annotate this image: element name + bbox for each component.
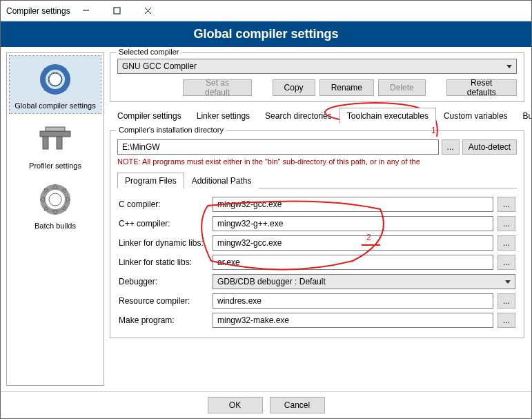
selected-compiler-group: Selected compiler GNU GCC Compiler Set a… <box>110 52 524 102</box>
install-dir-browse-button[interactable]: ... <box>442 139 460 155</box>
close-button[interactable] <box>132 1 164 21</box>
banner-title: Global compiler settings <box>1 21 531 47</box>
tab-compiler-settings[interactable]: Compiler settings <box>110 108 189 124</box>
input-c-compiler[interactable]: mingw32-gcc.exe <box>213 197 493 212</box>
svg-rect-1 <box>114 8 120 14</box>
sidebar-item-label: Profiler settings <box>29 162 81 170</box>
svg-rect-10 <box>46 127 65 131</box>
sidebar-item-label: Batch builds <box>35 222 76 231</box>
maximize-button[interactable] <box>101 1 132 21</box>
window-title: Compiler settings <box>6 6 70 16</box>
label-resource: Resource compiler: <box>119 296 208 306</box>
reset-defaults-button[interactable]: Reset defaults <box>446 79 517 96</box>
svg-rect-7 <box>40 131 70 137</box>
svg-point-6 <box>49 73 61 86</box>
browse-c-compiler-button[interactable]: ... <box>497 197 515 212</box>
auto-detect-button[interactable]: Auto-detect <box>462 139 517 155</box>
sidebar: Global compiler settings Profiler settin… <box>6 52 104 386</box>
input-cpp-compiler[interactable]: mingw32-g++.exe <box>213 216 493 231</box>
sidebar-item-batch[interactable]: Batch builds <box>10 176 101 233</box>
browse-resource-button[interactable]: ... <box>497 293 515 309</box>
rename-button[interactable]: Rename <box>319 79 374 96</box>
install-dir-note: NOTE: All programs must exist either in … <box>117 157 517 166</box>
svg-rect-8 <box>43 137 48 149</box>
select-debugger[interactable]: GDB/CDB debugger : Default <box>213 274 515 289</box>
minimize-button[interactable] <box>70 1 101 21</box>
browse-linker-static-button[interactable]: ... <box>497 255 515 270</box>
set-default-button[interactable]: Set as default <box>183 79 252 96</box>
label-linker-static: Linker for static libs: <box>119 257 208 267</box>
svg-rect-9 <box>57 137 62 149</box>
input-resource[interactable]: windres.exe <box>213 293 493 309</box>
browse-cpp-compiler-button[interactable]: ... <box>497 216 515 231</box>
inner-tab-strip: Program Files Additional Paths <box>117 173 517 188</box>
delete-button[interactable]: Delete <box>378 79 426 96</box>
row-debugger: Debugger: GDB/CDB debugger : Default <box>119 274 515 289</box>
compiler-select-value: GNU GCC Compiler <box>122 61 197 71</box>
row-make: Make program: mingw32-make.exe ... <box>119 313 515 328</box>
browse-linker-dyn-button[interactable]: ... <box>497 235 515 251</box>
cancel-button[interactable]: Cancel <box>270 397 325 413</box>
browse-make-button[interactable]: ... <box>497 313 515 328</box>
row-linker-static: Linker for static libs: ar.exe ... <box>119 255 515 270</box>
install-dir-input[interactable]: E:\MinGW <box>117 139 439 155</box>
sidebar-item-profiler[interactable]: Profiler settings <box>10 116 101 173</box>
tab-custom-variables[interactable]: Custom variables <box>436 108 515 124</box>
footer: OK Cancel <box>1 391 531 418</box>
svg-point-12 <box>49 193 61 206</box>
input-make[interactable]: mingw32-make.exe <box>213 313 493 328</box>
label-debugger: Debugger: <box>119 277 208 286</box>
row-linker-dyn: Linker for dynamic libs: mingw32-gcc.exe… <box>119 235 515 251</box>
row-resource: Resource compiler: windres.exe ... <box>119 293 515 309</box>
sidebar-item-label: Global compiler settings <box>14 101 95 110</box>
label-make: Make program: <box>119 315 208 325</box>
copy-button[interactable]: Copy <box>273 79 315 96</box>
sidebar-item-global-compiler[interactable]: Global compiler settings <box>10 56 101 113</box>
tab-linker-settings[interactable]: Linker settings <box>189 108 257 124</box>
main-panel: Selected compiler GNU GCC Compiler Set a… <box>104 47 531 391</box>
caliper-icon <box>35 119 76 160</box>
tab-additional-paths[interactable]: Additional Paths <box>184 173 259 188</box>
input-linker-static[interactable]: ar.exe <box>213 255 493 270</box>
tab-search-directories[interactable]: Search directories <box>257 108 339 124</box>
selected-compiler-legend: Selected compiler <box>116 48 181 56</box>
label-linker-dyn: Linker for dynamic libs: <box>119 238 208 248</box>
titlebar: Compiler settings <box>1 1 531 21</box>
gear-icon <box>35 59 76 100</box>
install-dir-legend: Compiler's installation directory <box>116 126 226 134</box>
label-c-compiler: C compiler: <box>119 199 208 209</box>
install-dir-group: Compiler's installation directory E:\Min… <box>110 130 524 338</box>
ok-button[interactable]: OK <box>208 397 263 413</box>
gear-grey-icon <box>35 179 76 220</box>
row-cpp-compiler: C++ compiler: mingw32-g++.exe ... <box>119 216 515 231</box>
label-cpp-compiler: C++ compiler: <box>119 219 208 228</box>
row-c-compiler: C compiler: mingw32-gcc.exe ... <box>119 197 515 212</box>
tab-program-files[interactable]: Program Files <box>117 173 184 188</box>
input-linker-dyn[interactable]: mingw32-gcc.exe <box>213 235 493 251</box>
tab-build-options[interactable]: Bui <box>515 108 531 124</box>
main-tab-strip: Compiler settings Linker settings Search… <box>110 108 524 124</box>
tab-toolchain-executables[interactable]: Toolchain executables <box>339 108 436 124</box>
compiler-select[interactable]: GNU GCC Compiler <box>117 59 517 74</box>
